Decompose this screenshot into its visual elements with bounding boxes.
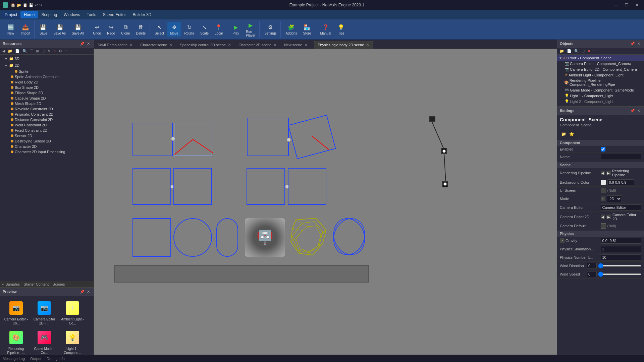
res-grid-button[interactable]: ⊞ [35,49,40,54]
manual-button[interactable]: ❓Manual [317,22,334,37]
tree-arrow-2d[interactable]: ▼ [4,63,8,67]
close-button[interactable]: ✕ [633,3,641,7]
objects-close-button[interactable]: ✕ [636,41,641,46]
tree-item-destroying[interactable]: Destroying Sensor 2D [0,138,94,144]
obj-tb-5[interactable]: ✕ [586,49,591,54]
tree-item-2d[interactable]: ▼ 📁 2D [0,62,94,69]
shape-diamond-1[interactable] [331,217,368,257]
shape-box-r2-4[interactable] [288,168,326,205]
tips-button[interactable]: 💡Tips [334,22,348,37]
settings-close-button[interactable]: ✕ [636,108,641,113]
res-view-button[interactable]: ☰ [29,49,34,54]
shape-ground-rect[interactable] [114,265,369,283]
breadcrumb-starter[interactable]: Starter Content [24,282,49,286]
preview-pin-button[interactable]: 📌 [79,289,85,294]
settings-slider-wind-dir[interactable] [598,265,641,266]
run-player-button[interactable]: ▶RunPlayer [243,20,258,39]
new-button[interactable]: 🆕New [4,22,17,37]
res-back-button[interactable]: ◀ [1,49,6,54]
menu-item-scripting[interactable]: Scripting [38,11,60,18]
shape-box-r2-1[interactable] [132,168,171,205]
preview-item-render[interactable]: 🎨 Rendering Pipeline - ... [3,328,30,355]
tree-item-sprite-anim[interactable]: Sprite Animation Controller [0,74,94,79]
addons-button[interactable]: 🧩Addons [283,22,300,37]
res-refresh-button[interactable]: ↻ [46,49,51,54]
settings-nav-mode[interactable]: • [601,196,605,201]
tab-physics[interactable]: Physics rigid body 2D.scene ✕ [314,41,373,49]
tree-item-char2d-input[interactable]: Character 2D Input Processing [0,149,94,155]
tree-arrow-3d[interactable]: ▼ [4,57,8,61]
statusbar-message-log[interactable]: Message Log [3,357,25,361]
tab-close-physics[interactable]: ✕ [366,43,369,47]
settings-nav-left-render[interactable]: ◀ [601,171,605,175]
menu-item-windows[interactable]: Windows [60,11,84,18]
settings-input-wind-speed[interactable] [587,271,597,277]
statusbar-output[interactable]: Output [30,357,41,361]
tree-item-distance[interactable]: Distance Constraint 2D [0,117,94,122]
tree-item-rigid-body-2d[interactable]: Rigid Body 2D [0,79,94,85]
save-button[interactable]: 💾Save [37,22,50,37]
resources-pin-button[interactable]: 📌 [79,41,85,46]
tree-item-ellipse-shape-2d[interactable]: Ellipse Shape 2D [0,90,94,96]
tree-item-weld[interactable]: Weld Constraint 2D [0,122,94,128]
settings-select-mode[interactable]: 2D 3D [607,195,622,202]
res-delete-res-button[interactable]: ✕ [52,49,57,54]
tab-scifi[interactable]: Sci-fi Demo.scene ✕ [94,41,137,49]
shape-box-r2-2[interactable] [173,168,212,205]
tab-close-spaceship[interactable]: ✕ [228,43,231,47]
preview-item-game[interactable]: 🎮 Game Mode - Co... [31,328,58,355]
res-folder-button[interactable]: 📁 [7,49,13,54]
scale-button[interactable]: ⤡Scale [198,22,211,37]
minimize-button[interactable]: — [611,3,621,7]
breadcrumb-samples[interactable]: Samples [5,282,20,286]
settings-input-name[interactable] [601,154,642,160]
tree-item-prismatic[interactable]: Prismatic Constraint 2D [0,112,94,117]
settings-button[interactable]: ⚙Settings [262,22,279,37]
restore-button[interactable]: ❐ [622,3,631,7]
tab-close-character[interactable]: ✕ [169,43,172,47]
preview-item-light[interactable]: 💡 Light 1 - Compone... [59,328,86,355]
preview-item-ambient[interactable]: ☀ Ambient Light - Co... [59,299,86,327]
select-button[interactable]: ↖Select [152,22,167,37]
settings-input-phys-sim[interactable] [601,246,642,252]
settings-nav-right-cam2d[interactable]: ▶ [606,215,611,219]
resources-close-button[interactable]: ✕ [86,41,91,46]
play-button[interactable]: ▶Play [229,22,243,37]
tab-new[interactable]: New.scene ✕ [280,41,314,49]
obj-item-ground[interactable]: ▦ Ground - Component_MeshInSpace [557,104,644,106]
obj-tb-4[interactable]: ⊡ [581,49,586,54]
objects-pin-button[interactable]: 📌 [630,41,635,46]
shape-robot[interactable]: 🤖 [245,218,285,257]
res-more-button[interactable]: ⋯ [64,49,69,54]
clone-button[interactable]: ⧉Clone [118,22,132,37]
tab-close-character2d[interactable]: ✕ [273,43,277,47]
delete-button[interactable]: 🗑Delete [133,22,148,37]
res-filter-button[interactable]: ⊡ [41,49,46,54]
menu-item-tools[interactable]: Tools [84,11,100,18]
move-button[interactable]: ✥Move [167,22,181,37]
breadcrumb-chevron[interactable]: « [2,282,4,286]
tree-item-character2d[interactable]: Character 2D [0,144,94,149]
shape-yellow-mesh[interactable] [289,217,328,257]
undo-button[interactable]: ↩Undo [90,22,104,37]
obj-item-cam-editor[interactable]: 📷 Camera Editor - Component_Camera [557,61,644,66]
res-settings-button[interactable]: ⚙ [58,49,63,54]
tree-item-sprite[interactable]: Sprite [0,69,94,74]
tree-item-mesh-shape-2d[interactable]: Mesh Shape 2D [0,101,94,106]
settings-input-gravity[interactable] [601,238,642,244]
obj-item-light2[interactable]: 💡 Light 2 - Component_Light [557,99,644,104]
import-button[interactable]: 📥Import [18,22,33,37]
obj-item-render-pipe[interactable]: 🎨 Rendering Pipeline - Component_Renderi… [557,78,644,87]
obj-arrow-root[interactable]: ▼ [558,56,562,60]
preview-item-camera2d[interactable]: 📷 Camera Editor 2D - ... [31,299,58,327]
shape-capsule-1[interactable] [216,218,238,257]
rotate-button[interactable]: ↻Rotate [181,22,197,37]
settings-pin-button[interactable]: 📌 [630,108,635,113]
redo-button[interactable]: ↪Redo [104,22,118,37]
viewport[interactable]: 🤖 [94,49,557,355]
settings-input-wind-dir[interactable] [587,263,597,269]
tab-close-scifi[interactable]: ✕ [129,43,133,47]
preview-close-button[interactable]: ✕ [86,289,91,294]
obj-item-ambient[interactable]: ☀ Ambient Light - Component_Light [557,72,644,78]
obj-item-game-mode[interactable]: 🎮 Game Mode - Component_GameMode [557,87,644,93]
